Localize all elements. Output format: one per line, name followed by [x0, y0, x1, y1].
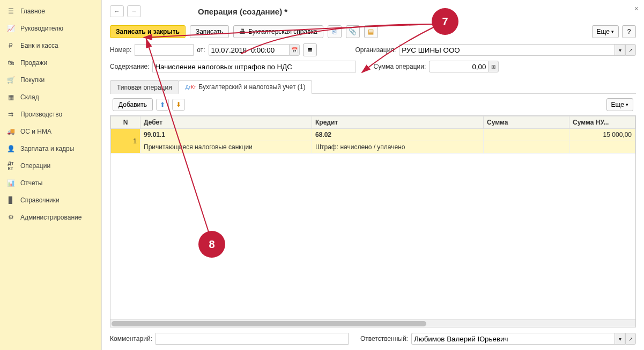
print-reference-button[interactable]: 🖶 Бухгалтерская справка	[233, 25, 323, 38]
cell-n: 1	[111, 129, 140, 154]
tab-label: Типовая операция	[117, 84, 172, 91]
col-sum[interactable]: Сумма	[484, 116, 569, 129]
org-dropdown-button[interactable]: ▾	[615, 44, 625, 56]
sidebar-item-main[interactable]: ☰ Главное	[0, 3, 101, 20]
nav-back-button[interactable]: ←	[110, 5, 124, 17]
nav-forward-button[interactable]: →	[127, 5, 141, 17]
org-open-button[interactable]: ↗	[625, 44, 636, 56]
sidebar-item-manager[interactable]: 📈 Руководителю	[0, 20, 101, 37]
person-icon: 👤	[6, 144, 15, 153]
dtct-icon: ДтКт	[186, 84, 196, 90]
cart-icon: 🛒	[6, 76, 15, 84]
sidebar-item-catalogs[interactable]: ▊ Справочники	[0, 192, 101, 209]
org-label: Организация:	[356, 46, 396, 54]
cell-credit-desc[interactable]: Штраф: начислено / уплачено	[312, 141, 484, 154]
horizontal-scrollbar[interactable]	[110, 319, 635, 327]
tab-label: Бухгалтерский и налоговый учет (1)	[198, 83, 305, 91]
clip-icon: 📎	[349, 28, 357, 35]
cell-credit-acc[interactable]: 68.02	[312, 129, 484, 141]
sidebar-item-production[interactable]: ⇉ Производство	[0, 106, 101, 123]
chart-icon: 📈	[6, 24, 15, 33]
comment-label: Комментарий:	[110, 335, 152, 342]
move-down-button[interactable]: ⬇	[172, 99, 185, 111]
sidebar-item-warehouse[interactable]: ▦ Склад	[0, 89, 101, 106]
cell-empty[interactable]	[569, 141, 635, 154]
sidebar-item-label: Отчеты	[20, 179, 42, 187]
print-reference-label: Бухгалтерская справка	[248, 28, 317, 35]
page-title: Операция (создание) *	[198, 7, 287, 16]
sidebar-item-label: Администрирование	[20, 214, 82, 221]
doc-button[interactable]: ▤	[364, 25, 378, 38]
tab-accounting[interactable]: ДтКт Бухгалтерский и налоговый учет (1)	[179, 80, 313, 94]
col-n[interactable]: N	[111, 116, 140, 129]
bag-icon: 🛍	[6, 59, 15, 67]
link-icon: ⎘	[332, 28, 336, 35]
add-row-button[interactable]: Добавить	[113, 98, 153, 111]
boxes-icon: ▦	[6, 93, 15, 101]
list-icon: ≣	[307, 46, 313, 54]
from-label: от:	[197, 46, 205, 54]
open-icon: ↗	[628, 336, 633, 342]
sidebar-item-label: Банк и касса	[20, 42, 58, 49]
date-input[interactable]	[209, 44, 289, 56]
arrow-up-icon: ⬆	[160, 101, 165, 108]
responsible-open-button[interactable]: ↗	[625, 333, 636, 345]
link-button[interactable]: ⎘	[328, 25, 342, 38]
col-debit[interactable]: Дебет	[140, 116, 312, 129]
sidebar-item-label: Зарплата и кадры	[20, 145, 74, 152]
date-list-button[interactable]: ≣	[303, 43, 317, 56]
cell-sum-nu[interactable]: 15 000,00	[569, 129, 635, 141]
sidebar-item-sales[interactable]: 🛍 Продажи	[0, 54, 101, 71]
table-row[interactable]: 1 99.01.1 68.02 15 000,00	[111, 129, 635, 141]
calc-icon: ⊞	[491, 64, 495, 70]
sidebar-item-reports[interactable]: 📊 Отчеты	[0, 174, 101, 192]
col-sum-nu[interactable]: Сумма НУ...	[569, 116, 635, 129]
org-input[interactable]	[399, 44, 615, 56]
sidebar-item-label: Справочники	[20, 196, 60, 204]
more-label: Еще	[611, 101, 624, 108]
col-credit[interactable]: Кредит	[312, 116, 484, 129]
calendar-button[interactable]: 📅	[289, 44, 300, 56]
sidebar-item-admin[interactable]: ⚙ Администрирование	[0, 209, 101, 226]
cell-empty[interactable]	[484, 141, 569, 154]
ruble-icon: ₽	[6, 41, 15, 50]
content-label: Содержание:	[110, 63, 149, 70]
table-more-button[interactable]: Еще ▾	[606, 98, 633, 111]
sidebar-item-operations[interactable]: ДтКт Операции	[0, 157, 101, 174]
content-input[interactable]	[152, 61, 356, 72]
chevron-down-icon: ▾	[611, 29, 614, 34]
sidebar-item-label: Склад	[20, 93, 39, 101]
save-close-button[interactable]: Записать и закрыть	[110, 25, 186, 38]
number-input[interactable]	[135, 44, 194, 56]
chevron-down-icon: ▾	[619, 47, 621, 53]
flow-icon: ⇉	[6, 110, 15, 119]
save-button[interactable]: Записать	[190, 25, 229, 38]
sidebar-item-bank[interactable]: ₽ Банк и касса	[0, 37, 101, 54]
sidebar-item-label: Руководителю	[20, 25, 63, 32]
responsible-input[interactable]	[411, 333, 615, 345]
responsible-dropdown-button[interactable]: ▾	[615, 333, 625, 345]
cell-debit-acc[interactable]: 99.01.1	[140, 129, 312, 141]
sidebar-item-label: Операции	[20, 162, 50, 170]
more-label: Еще	[597, 28, 610, 35]
help-button[interactable]: ?	[622, 25, 636, 38]
cell-sum[interactable]	[484, 129, 569, 141]
sum-input[interactable]	[429, 61, 488, 72]
tab-typical-operation[interactable]: Типовая операция	[110, 80, 179, 94]
menu-icon: ☰	[6, 7, 15, 16]
entries-table: N Дебет Кредит Сумма Сумма НУ... 1 99.01…	[110, 116, 635, 154]
cell-debit-desc[interactable]: Причитающиеся налоговые санкции	[140, 141, 312, 154]
close-icon[interactable]: ×	[634, 4, 639, 13]
scrollbar-thumb[interactable]	[112, 321, 426, 326]
sidebar: ☰ Главное 📈 Руководителю ₽ Банк и касса …	[0, 0, 102, 350]
comment-input[interactable]	[156, 333, 349, 345]
sum-calc-button[interactable]: ⊞	[488, 61, 499, 72]
table-row[interactable]: Причитающиеся налоговые санкции Штраф: н…	[111, 141, 635, 154]
sidebar-item-purchases[interactable]: 🛒 Покупки	[0, 71, 101, 89]
sidebar-item-assets[interactable]: 🚚 ОС и НМА	[0, 123, 101, 140]
move-up-button[interactable]: ⬆	[156, 99, 169, 111]
sidebar-item-label: Покупки	[20, 76, 45, 84]
more-button[interactable]: Еще ▾	[592, 25, 619, 38]
sidebar-item-hr[interactable]: 👤 Зарплата и кадры	[0, 140, 101, 157]
attach-button[interactable]: 📎	[346, 25, 360, 38]
